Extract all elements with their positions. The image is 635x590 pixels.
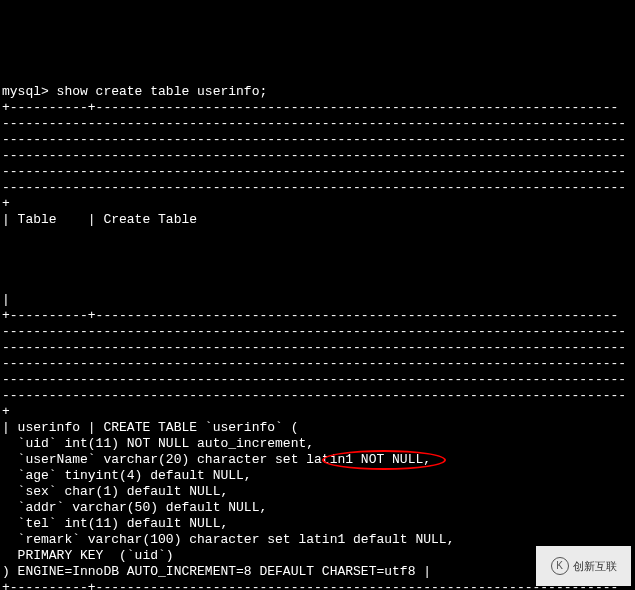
separator-line: +----------+----------------------------… [2,580,618,590]
separator-line: ----------------------------------------… [2,340,626,355]
separator-line: ----------------------------------------… [2,116,626,131]
column-def: `userName` varchar(20) character set lat… [2,452,431,467]
separator-end: + [2,404,10,419]
separator-line: ----------------------------------------… [2,132,626,147]
column-def: `tel` int(11) default NULL, [2,516,228,531]
separator-line: ----------------------------------------… [2,324,626,339]
separator-line: ----------------------------------------… [2,372,626,387]
watermark-text: 创新互联 [573,558,617,574]
column-def: `uid` int(11) NOT NULL auto_increment, [2,436,314,451]
column-def: `age` tinyint(4) default NULL, [2,468,252,483]
mysql-terminal[interactable]: mysql> show create table userinfo; +----… [0,64,635,590]
row-pipe: | [2,292,10,307]
separator-line: ----------------------------------------… [2,180,626,195]
watermark: K 创新互联 [536,546,631,586]
column-def: `addr` varchar(50) default NULL, [2,500,267,515]
primary-key: PRIMARY KEY (`uid`) [2,548,174,563]
separator-line: ----------------------------------------… [2,356,626,371]
column-def: `sex` char(1) default NULL, [2,484,228,499]
separator-line: ----------------------------------------… [2,388,626,403]
table-header: | Table | Create Table [2,212,197,227]
separator-line: +----------+----------------------------… [2,308,618,323]
create-statement: CREATE TABLE `userinfo` ( [103,420,298,435]
prompt: mysql> [2,84,57,99]
column-def: `remark` varchar(100) character set lati… [2,532,454,547]
watermark-icon: K [551,557,569,575]
row-end: | [415,564,431,579]
table-name-cell: | userinfo | [2,420,103,435]
separator-line: ----------------------------------------… [2,164,626,179]
separator-line: ----------------------------------------… [2,148,626,163]
engine-charset-line: ) ENGINE=InnoDB AUTO_INCREMENT=8 DEFAULT [2,564,322,579]
separator-end: + [2,196,10,211]
separator-line: +----------+----------------------------… [2,100,618,115]
command-input[interactable]: show create table userinfo; [57,84,268,99]
charset-value: CHARSET=utf8 [322,564,416,579]
